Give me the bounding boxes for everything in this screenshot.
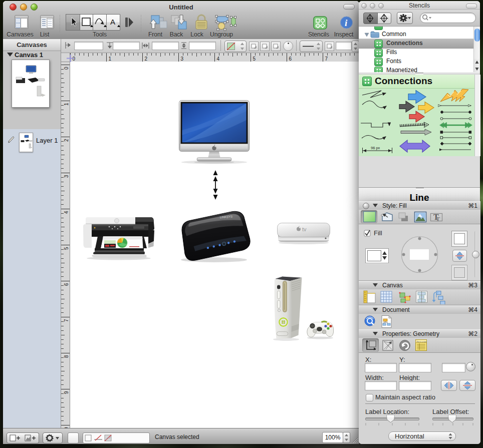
svg-text:T: T [436, 216, 440, 222]
svg-text:3: 3 [64, 175, 69, 178]
svg-text:1: 1 [64, 103, 69, 106]
svg-text:6: 6 [289, 56, 292, 62]
svg-text:3: 3 [181, 56, 184, 62]
svg-text:4: 4 [217, 56, 220, 62]
svg-text:9: 9 [64, 391, 69, 394]
svg-text:tv: tv [302, 226, 307, 232]
svg-text:2: 2 [64, 139, 69, 142]
svg-text:5: 5 [253, 56, 256, 62]
svg-text:This is a note: This is a note [416, 341, 426, 343]
svg-text:1: 1 [109, 56, 112, 62]
svg-text:2: 2 [145, 56, 148, 62]
svg-text:5: 5 [64, 247, 69, 250]
svg-text:i: i [345, 18, 348, 28]
svg-text:4: 4 [64, 211, 69, 214]
svg-text:7: 7 [64, 319, 69, 322]
svg-text:7: 7 [325, 56, 328, 62]
svg-text:96 px: 96 px [371, 146, 380, 150]
svg-text:6: 6 [64, 283, 69, 286]
svg-text:8: 8 [64, 355, 69, 358]
svg-text:0: 0 [64, 67, 69, 70]
svg-text:A: A [110, 18, 115, 26]
